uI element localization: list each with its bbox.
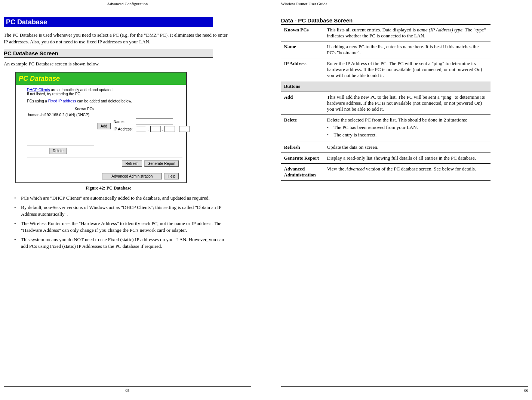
bullet-item: By default, non-Server versions of Windo… xyxy=(14,204,232,217)
intro-text: The PC Database is used whenever you nee… xyxy=(4,32,228,45)
fields-col: Name: IP Address: . . . xyxy=(114,119,190,133)
shot-main-row: Known PCs human-int192.168.0.2 (LAN) (DH… xyxy=(27,107,182,145)
refresh-button[interactable]: Refresh xyxy=(122,160,142,167)
ip-label: IP Address: xyxy=(114,127,134,131)
advanced-row: Advanced Administration Help xyxy=(27,173,182,179)
name-label: Name: xyxy=(114,120,134,124)
content-right: Data - PC Database Screen Known PCs This… xyxy=(281,17,529,386)
footer-left: 65 xyxy=(4,386,251,393)
bullet-item: The PC has been removed from your LAN. xyxy=(327,124,488,130)
shot-line3-pre: PCs using a xyxy=(27,99,48,103)
shot-line3: PCs using a Fixed IP address can be adde… xyxy=(27,99,182,103)
header-left: Advanced Configuration xyxy=(4,0,251,17)
help-button[interactable]: Help xyxy=(164,173,179,179)
ip-row: IP Address: . . . xyxy=(114,126,190,132)
ip-input-1[interactable] xyxy=(136,126,146,132)
ip-input-4[interactable] xyxy=(179,126,190,132)
add-button[interactable]: Add xyxy=(97,123,111,129)
row-label: Add xyxy=(281,92,324,115)
bullet-item: PCs which are "DHCP Clients" are automat… xyxy=(14,195,232,201)
ip-input-2[interactable] xyxy=(150,126,161,132)
definition-table: Known PCs This lists all current entries… xyxy=(281,25,491,181)
bullet-item: The entry is incorrect. xyxy=(327,132,488,138)
shot-line1: DHCP Clients are automatically added and… xyxy=(27,88,182,92)
table-row: Add This will add the new PC to the list… xyxy=(281,92,491,115)
delete-button[interactable]: Delete xyxy=(49,148,67,154)
row-label: Delete xyxy=(281,115,324,142)
sub-heading: PC Database Screen xyxy=(4,49,213,58)
delete-bullets: The PC has been removed from your LAN. T… xyxy=(327,124,488,138)
section-title: PC Database xyxy=(4,17,213,27)
figure-screenshot: PC Database DHCP Clients are automatical… xyxy=(15,72,202,183)
row-desc: Enter the IP Address of the PC. The PC w… xyxy=(324,58,491,81)
shot-line3-post: can be added and deleted below. xyxy=(76,99,132,103)
known-pcs-label: Known PCs xyxy=(27,107,94,111)
row-label: Known PCs xyxy=(281,25,324,41)
bullet-item: The Wireless Router uses the "Hardware A… xyxy=(14,220,232,233)
figure-caption: Figure 42: PC Database xyxy=(4,185,213,191)
shot-title: PC Database xyxy=(16,73,186,85)
header-right: Wireless Router User Guide xyxy=(281,0,529,17)
advanced-admin-button[interactable]: Advanced Administration xyxy=(102,173,162,179)
shot-body: DHCP Clients are automatically added and… xyxy=(16,85,186,182)
table-row: Advanced Administration View the Advance… xyxy=(281,164,491,181)
known-pcs-listbox[interactable]: human-int192.168.0.2 (LAN) (DHCP) xyxy=(27,112,94,145)
data-heading: Data - PC Database Screen xyxy=(281,17,491,25)
table-row: Known PCs This lists all current entries… xyxy=(281,25,491,41)
row-label: Refresh xyxy=(281,142,324,153)
page-right: Wireless Router User Guide Data - PC Dat… xyxy=(266,0,532,400)
name-input[interactable] xyxy=(136,119,173,124)
row-desc: View the Advanced version of the PC data… xyxy=(324,164,491,181)
section-label: Buttons xyxy=(281,81,491,92)
divider-1 xyxy=(27,157,182,157)
add-col: Add xyxy=(97,123,111,129)
row-desc: Display a read-only list showing full de… xyxy=(324,153,491,164)
ip-input-3[interactable] xyxy=(164,126,175,132)
known-pcs-col: Known PCs human-int192.168.0.2 (LAN) (DH… xyxy=(27,107,94,145)
generate-report-button[interactable]: Generate Report xyxy=(144,160,179,167)
row-label: IP Address xyxy=(281,58,324,81)
table-row: Delete Delete the selected PC from the l… xyxy=(281,115,491,142)
refresh-row: Refresh Generate Report xyxy=(27,160,182,167)
name-row: Name: xyxy=(114,119,190,124)
dhcp-clients-link[interactable]: DHCP Clients xyxy=(27,88,50,92)
fixed-ip-link[interactable]: Fixed IP address xyxy=(48,99,76,103)
shot-line1-post: are automatically added and updated. xyxy=(50,88,114,92)
row-label: Advanced Administration xyxy=(281,164,324,181)
delete-row: Delete xyxy=(49,148,182,154)
shot-line2: If not listed, try restarting the PC. xyxy=(27,92,182,96)
row-label: Generate Report xyxy=(281,153,324,164)
bullet-item: This system means you do NOT need to use… xyxy=(14,236,232,249)
row-desc: Delete the selected PC from the list. Th… xyxy=(324,115,491,142)
table-row: Refresh Update the data on screen. xyxy=(281,142,491,153)
example-line: An example PC Database screen is shown b… xyxy=(4,61,228,67)
table-section-row: Buttons xyxy=(281,81,491,92)
content-left: PC Database The PC Database is used when… xyxy=(4,17,251,386)
divider-2 xyxy=(27,170,182,170)
row-desc: Update the data on screen. xyxy=(324,142,491,153)
bullet-list: PCs which are "DHCP Clients" are automat… xyxy=(4,195,232,250)
footer-right: 66 xyxy=(281,386,529,393)
page-left: Advanced Configuration PC Database The P… xyxy=(0,0,266,400)
table-row: IP Address Enter the IP Address of the P… xyxy=(281,58,491,81)
row-desc: This will add the new PC to the list. Th… xyxy=(324,92,491,115)
table-row: Generate Report Display a read-only list… xyxy=(281,153,491,164)
list-item[interactable]: human-int192.168.0.2 (LAN) (DHCP) xyxy=(28,113,93,117)
row-desc: If adding a new PC to the list, enter it… xyxy=(324,41,491,58)
row-label: Name xyxy=(281,41,324,58)
table-row: Name If adding a new PC to the list, ent… xyxy=(281,41,491,58)
pc-database-screenshot: PC Database DHCP Clients are automatical… xyxy=(15,72,187,183)
row-desc: This lists all current entries. Data dis… xyxy=(324,25,491,41)
